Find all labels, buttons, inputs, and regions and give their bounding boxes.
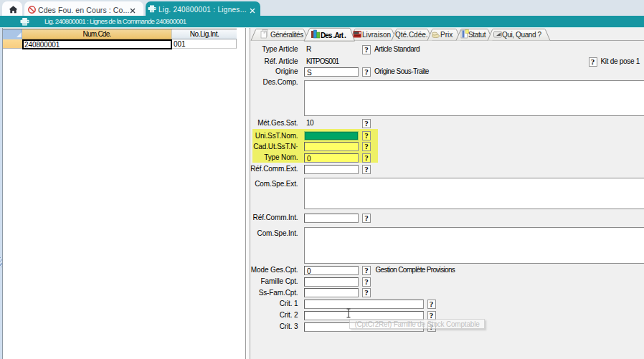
svg-text:Qui, Quand ?: Qui, Quand ? xyxy=(502,31,542,39)
svg-text:Statut: Statut xyxy=(468,31,486,39)
svg-text:Qté.Cdée.: Qté.Cdée. xyxy=(395,31,428,39)
svg-text:Livraison: Livraison xyxy=(362,31,391,39)
svg-text:Généralités: Généralités xyxy=(270,31,303,39)
svg-text:Prix: Prix xyxy=(440,31,453,39)
svg-text:Des .Art .: Des .Art . xyxy=(321,32,346,39)
